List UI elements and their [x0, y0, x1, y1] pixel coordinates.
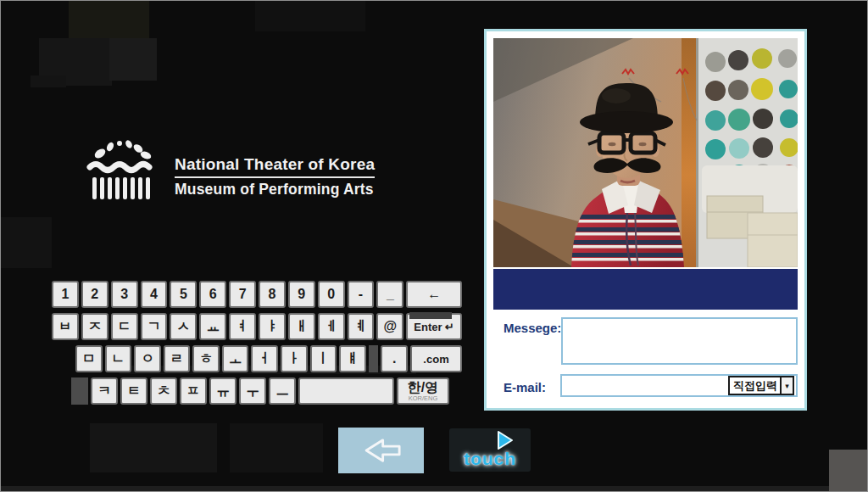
touch-button[interactable]: touch — [449, 428, 531, 472]
key-ㅐ[interactable]: ㅐ — [288, 313, 315, 340]
email-domain-select[interactable]: 직접입력 ▾ — [728, 376, 794, 395]
message-input[interactable] — [561, 317, 798, 365]
key-.[interactable]: . — [381, 345, 408, 372]
key-ㅕ[interactable]: ㅕ — [229, 313, 256, 340]
key--[interactable]: - — [348, 281, 375, 308]
key-_[interactable]: _ — [376, 281, 403, 308]
play-icon — [493, 430, 515, 450]
key-ㅖ[interactable]: ㅖ — [348, 313, 375, 340]
background-tile — [31, 75, 66, 87]
background-tile — [230, 423, 323, 472]
key-ㅛ[interactable]: ㅛ — [199, 313, 226, 340]
keyboard-board-gap — [71, 377, 88, 405]
key-ㄴ[interactable]: ㄴ — [105, 345, 132, 372]
key-ㅒ[interactable]: ㅒ — [339, 345, 366, 372]
key-ㅗ[interactable]: ㅗ — [222, 345, 249, 372]
background-tile — [109, 38, 157, 81]
background-tile — [90, 423, 217, 472]
key-ㅣ[interactable]: ㅣ — [310, 345, 337, 372]
email-input[interactable] — [562, 375, 728, 396]
key-@[interactable]: @ — [376, 313, 403, 340]
key-ㅁ[interactable]: ㅁ — [75, 345, 103, 372]
key-ㅎ[interactable]: ㅎ — [192, 345, 220, 372]
key-2[interactable]: 2 — [81, 281, 108, 308]
background-tile — [69, 1, 149, 38]
key-backspace[interactable]: ← — [406, 281, 462, 308]
key-6[interactable]: 6 — [199, 281, 226, 308]
key-ㄷ[interactable]: ㄷ — [111, 313, 138, 340]
photo-panel: Messege: E-mail: 직접입력 ▾ — [484, 29, 807, 411]
key-ㅠ[interactable]: ㅠ — [209, 377, 236, 405]
email-label: E-mail: — [504, 377, 555, 394]
key-ㅊ[interactable]: ㅊ — [150, 377, 177, 405]
dropdown-arrow-icon[interactable]: ▾ — [780, 377, 793, 394]
email-field-wrap: 직접입력 ▾ — [560, 374, 798, 397]
key-ㅋ[interactable]: ㅋ — [91, 377, 118, 405]
key-ㄱ[interactable]: ㄱ — [141, 313, 168, 340]
key-ㅍ[interactable]: ㅍ — [180, 377, 207, 405]
key-space[interactable] — [298, 377, 394, 405]
key-ㅓ[interactable]: ㅓ — [251, 345, 278, 372]
logo-title: National Theater of Korea — [175, 155, 375, 178]
logo-subtitle: Museum of Performing Arts — [175, 181, 375, 198]
key-ㅇ[interactable]: ㅇ — [134, 345, 161, 372]
background-tile — [255, 1, 365, 31]
key-4[interactable]: 4 — [141, 281, 168, 308]
key-0[interactable]: 0 — [318, 281, 345, 308]
key-3[interactable]: 3 — [111, 281, 138, 308]
keyboard-board-gap — [369, 345, 379, 372]
key-ㅑ[interactable]: ㅑ — [259, 313, 286, 340]
message-label: Messege: — [504, 317, 556, 335]
key-ㅔ[interactable]: ㅔ — [318, 313, 345, 340]
key-ㅜ[interactable]: ㅜ — [239, 377, 266, 405]
captured-photo — [493, 38, 798, 267]
touch-button-label: touch — [449, 449, 531, 469]
key-ㅡ[interactable]: ㅡ — [269, 377, 296, 405]
key-ㅂ[interactable]: ㅂ — [52, 313, 79, 340]
back-button[interactable] — [338, 428, 424, 473]
ntok-logo-icon — [81, 140, 163, 208]
key-ㅈ[interactable]: ㅈ — [81, 313, 108, 340]
key-7[interactable]: 7 — [229, 281, 256, 308]
email-domain-value: 직접입력 — [730, 377, 780, 394]
key-5[interactable]: 5 — [170, 281, 197, 308]
background-tile — [829, 450, 868, 492]
key-kor-eng-toggle[interactable]: 한/영KOR/ENG — [397, 377, 449, 405]
ntok-logo: National Theater of Korea Museum of Perf… — [81, 140, 375, 208]
key-ㅌ[interactable]: ㅌ — [120, 377, 147, 405]
message-form: Messege: E-mail: 직접입력 ▾ — [493, 310, 798, 397]
key-ㅅ[interactable]: ㅅ — [170, 313, 197, 340]
key-ㅏ[interactable]: ㅏ — [281, 345, 308, 372]
kiosk-screen: National Theater of Korea Museum of Perf… — [0, 0, 868, 492]
key-dot-com[interactable]: .com — [410, 345, 462, 372]
photo-caption-bar — [493, 269, 798, 310]
key-8[interactable]: 8 — [259, 281, 286, 308]
background-tile — [1, 217, 52, 268]
keyboard: 1234567890-_←ㅂㅈㄷㄱㅅㅛㅕㅑㅐㅔㅖ@Enter ↵ㅁㄴㅇㄹㅎㅗㅓㅏ… — [52, 281, 465, 410]
background-tile — [1, 486, 868, 492]
key-1[interactable]: 1 — [52, 281, 79, 308]
key-ㄹ[interactable]: ㄹ — [164, 345, 191, 372]
back-arrow-icon — [359, 435, 403, 466]
enter-key-notch — [409, 312, 452, 319]
key-9[interactable]: 9 — [288, 281, 315, 308]
